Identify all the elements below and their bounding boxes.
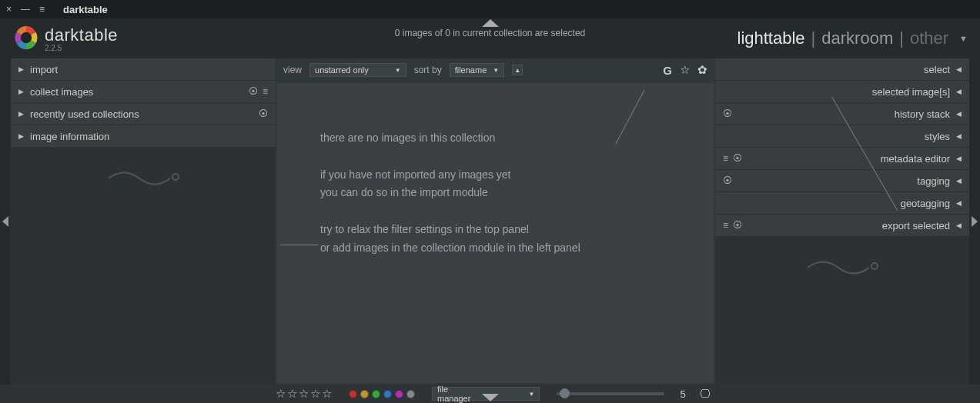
color-label-5[interactable] (406, 390, 415, 398)
expand-icon: ◀ (956, 155, 962, 162)
star-5-icon[interactable]: ☆ (322, 387, 332, 401)
expand-icon: ◀ (956, 88, 962, 95)
expand-icon: ◀ (956, 177, 962, 185)
zoom-slider[interactable] (557, 392, 664, 395)
view-separator: | (899, 28, 904, 48)
presets-icon[interactable]: ≡ (723, 153, 728, 164)
module-label: import (30, 64, 58, 75)
preferences-gear-icon[interactable]: ✿ (697, 63, 707, 77)
svg-marker-0 (482, 19, 499, 27)
empty-msg-line: there are no images in this collection (320, 129, 580, 148)
reset-icon[interactable]: ⦿ (723, 108, 732, 119)
reset-icon[interactable]: ⦿ (733, 220, 742, 231)
collapse-left-icon[interactable] (0, 58, 11, 385)
sort-by-value: filename (455, 65, 487, 75)
display-profile-icon[interactable]: 🖵 (700, 388, 711, 400)
annotation-line-icon (280, 245, 319, 245)
app-name: darktable (45, 25, 118, 45)
svg-point-2 (21, 32, 32, 42)
expand-icon: ▶ (18, 132, 24, 140)
empty-msg-line: if you have not imported any images yet (320, 166, 580, 185)
module-import[interactable]: ▶ import (11, 58, 276, 80)
empty-msg-line: you can do so in the import module (320, 184, 580, 202)
reset-icon[interactable]: ⦿ (723, 175, 732, 186)
module-image-information[interactable]: ▶ image information (11, 125, 276, 147)
module-styles[interactable]: styles ◀ (715, 125, 969, 147)
sort-by-dropdown[interactable]: filename ▼ (450, 63, 505, 77)
view-darkroom[interactable]: darkroom (821, 28, 893, 48)
color-label-4[interactable] (395, 390, 403, 398)
reset-icon[interactable]: ⦿ (259, 108, 268, 119)
empty-collection-message: there are no images in this collection i… (320, 129, 580, 258)
star-3-icon[interactable]: ☆ (299, 387, 309, 401)
layout-mode-value: file manager (437, 385, 481, 403)
color-label-1[interactable] (360, 390, 369, 398)
reset-icon[interactable]: ⦿ (249, 86, 258, 97)
presets-icon[interactable]: ≡ (263, 86, 268, 97)
color-label-3[interactable] (383, 390, 392, 398)
color-label-0[interactable] (349, 390, 357, 398)
panel-flourish-icon (11, 148, 276, 209)
view-filter-dropdown[interactable]: unstarred only ▼ (309, 63, 406, 77)
star-1-icon[interactable]: ☆ (276, 387, 286, 401)
star-4-icon[interactable]: ☆ (310, 387, 320, 401)
module-metadata-editor[interactable]: ≡⦿ metadata editor ◀ (715, 148, 969, 169)
module-export-selected[interactable]: ≡⦿ export selected ◀ (715, 215, 969, 236)
expand-icon: ◀ (956, 110, 962, 118)
module-label: geotagging (901, 198, 950, 209)
collapse-bottom-icon[interactable] (482, 392, 499, 403)
svg-point-5 (871, 263, 878, 269)
expand-icon: ◀ (956, 65, 962, 73)
module-geotagging[interactable]: geotagging ◀ (715, 192, 969, 214)
color-label-2[interactable] (372, 390, 380, 398)
module-label: styles (925, 131, 950, 142)
module-label: export selected (882, 220, 950, 231)
window-close-button[interactable]: × (6, 4, 12, 15)
svg-marker-3 (2, 216, 8, 227)
panel-flourish-icon (715, 237, 969, 298)
window-menu-button[interactable]: ≡ (39, 4, 45, 15)
sort-by-label: sort by (414, 65, 442, 75)
app-logo-area: darktable 2.2.5 (12, 24, 118, 54)
collection-status-text: 0 images of 0 in current collection are … (395, 28, 585, 38)
zoom-value: 5 (680, 388, 685, 400)
bottom-toolbar: ☆ ☆ ☆ ☆ ☆ file manager ▼ 5 🖵 (0, 385, 980, 403)
chevron-down-icon: ▼ (493, 67, 499, 74)
module-label: collect images (30, 86, 93, 98)
empty-msg-line: try to relax the filter settings in the … (320, 221, 580, 239)
presets-icon[interactable]: ≡ (723, 220, 728, 231)
collapse-right-icon[interactable] (969, 58, 980, 385)
window-minimize-button[interactable]: — (21, 4, 30, 15)
module-tagging[interactable]: ⦿ tagging ◀ (715, 170, 969, 192)
view-filter-label: view (283, 65, 302, 75)
star-2-icon[interactable]: ☆ (287, 387, 297, 401)
module-selected-images[interactable]: selected image[s] ◀ (715, 81, 969, 102)
module-label: select (924, 64, 950, 75)
annotation-line-icon (615, 89, 644, 144)
app-header: darktable 2.2.5 0 images of 0 in current… (0, 18, 980, 58)
sort-direction-button[interactable]: ▲ (512, 65, 523, 75)
overlays-star-icon[interactable]: ☆ (680, 63, 690, 77)
view-separator: | (811, 28, 816, 48)
module-label: selected image[s] (872, 86, 950, 98)
module-recently-used-collections[interactable]: ▶ recently used collections ⦿ (11, 103, 276, 125)
view-other[interactable]: other (910, 28, 948, 48)
module-collect-images[interactable]: ▶ collect images ⦿ ≡ (11, 81, 276, 102)
center-panel: view unstarred only ▼ sort by filename ▼… (276, 58, 715, 385)
svg-marker-6 (972, 216, 978, 227)
view-filter-value: unstarred only (315, 65, 369, 75)
window-titlebar: × — ≡ darktable (0, 0, 980, 18)
view-other-dropdown-icon[interactable]: ▼ (959, 34, 968, 43)
module-label: tagging (917, 175, 950, 187)
grouping-button[interactable]: G (663, 64, 672, 77)
reset-icon[interactable]: ⦿ (733, 153, 742, 164)
chevron-down-icon: ▼ (529, 391, 535, 398)
right-panel: select ◀ selected image[s] ◀ ⦿ history s… (715, 58, 969, 385)
zoom-slider-knob[interactable] (560, 388, 570, 398)
view-lighttable[interactable]: lighttable (738, 28, 805, 48)
chevron-down-icon: ▼ (395, 67, 401, 74)
expand-icon: ▶ (18, 65, 24, 73)
module-select[interactable]: select ◀ (715, 58, 969, 80)
view-switcher: lighttable | darkroom | other ▼ (738, 28, 968, 48)
center-toolbar: view unstarred only ▼ sort by filename ▼… (276, 58, 715, 82)
